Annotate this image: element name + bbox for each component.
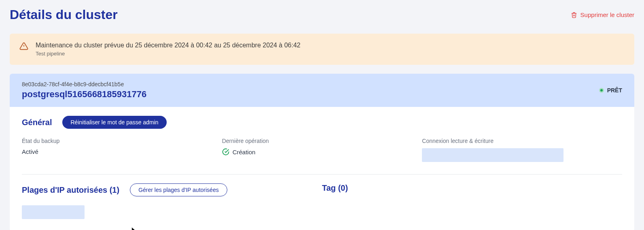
- last-operation-label: Dernière opération: [222, 138, 422, 144]
- trash-icon: [571, 12, 577, 18]
- rw-connection-value-placeholder: [422, 148, 564, 162]
- maintenance-alert: Maintenance du cluster prévue du 25 déce…: [10, 34, 634, 65]
- check-circle-icon: [222, 148, 229, 155]
- reset-admin-password-button[interactable]: Réinitialiser le mot de passe admin: [62, 116, 166, 129]
- last-operation-block: Dernière opération Création: [222, 138, 422, 162]
- warning-icon: [19, 42, 28, 51]
- status-text: PRÊT: [607, 87, 622, 94]
- cluster-card: 8e03cda2-78cf-4f4e-b8c9-ddecbcf41b5e pos…: [10, 74, 634, 230]
- rw-connection-label: Connexion lecture & écriture: [422, 138, 622, 144]
- status-badge: PRÊT: [599, 87, 622, 94]
- rw-connection-block: Connexion lecture & écriture: [422, 138, 622, 162]
- alert-title: Maintenance du cluster prévue du 25 déce…: [36, 42, 301, 49]
- backup-state-value: Activé: [22, 148, 222, 155]
- status-dot-icon: [599, 88, 604, 93]
- cluster-id: 8e03cda2-78cf-4f4e-b8c9-ddecbcf41b5e: [22, 81, 146, 87]
- delete-cluster-button[interactable]: Supprimer le cluster: [571, 11, 634, 18]
- alert-subtitle: Test pipeline: [36, 51, 301, 57]
- delete-cluster-label: Supprimer le cluster: [580, 11, 634, 18]
- cluster-card-header: 8e03cda2-78cf-4f4e-b8c9-ddecbcf41b5e pos…: [10, 74, 634, 107]
- ip-ranges-title: Plages d'IP autorisées (1): [22, 185, 119, 195]
- last-operation-value: Création: [233, 149, 256, 155]
- backup-state-block: État du backup Activé: [22, 138, 222, 162]
- section-divider: [22, 174, 622, 175]
- manage-ip-ranges-button[interactable]: Gérer les plages d'IP autorisées: [130, 183, 227, 196]
- tags-title: Tag (0): [322, 183, 348, 193]
- cluster-name-link[interactable]: postgresql5165668185931776: [22, 89, 146, 100]
- backup-state-label: État du backup: [22, 138, 222, 144]
- general-section-title: Général: [22, 118, 52, 127]
- cursor-icon: [131, 227, 137, 230]
- page-title: Détails du cluster: [10, 7, 118, 22]
- ip-range-value-placeholder: [22, 205, 85, 219]
